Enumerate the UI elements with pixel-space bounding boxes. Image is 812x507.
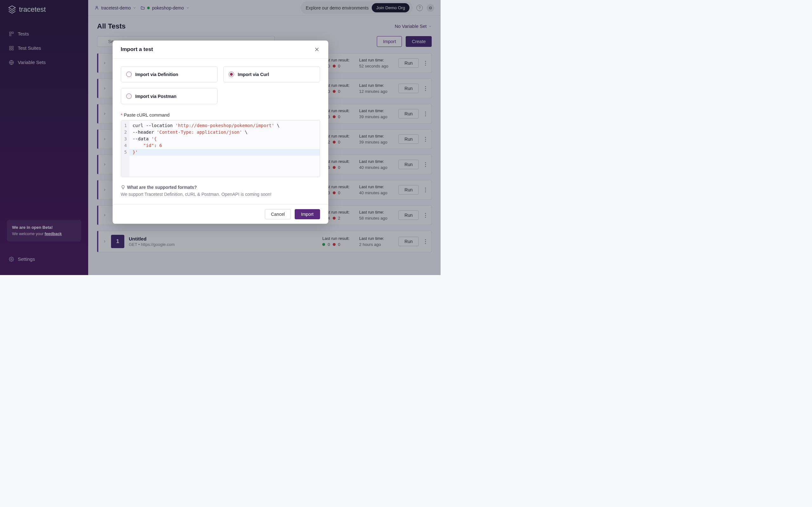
formats-question: What are the supported formats? <box>121 185 320 190</box>
option-label: Import via Curl <box>238 72 269 77</box>
curl-field-label: * Paste cURL command <box>121 112 320 118</box>
radio-icon <box>229 72 234 77</box>
option-label: Import via Postman <box>136 94 177 99</box>
required-marker: * <box>121 112 123 118</box>
bulb-icon <box>121 185 125 189</box>
import-modal: Import a test Import via Definition Impo… <box>113 41 328 224</box>
option-label: Import via Definition <box>136 72 178 77</box>
formats-answer: We support Tracetest Definition, cURL & … <box>121 192 320 197</box>
line-gutter: 12345 <box>121 120 130 177</box>
option-definition[interactable]: Import via Definition <box>121 66 217 82</box>
option-curl[interactable]: Import via Curl <box>223 66 320 82</box>
close-button[interactable] <box>314 46 320 53</box>
radio-icon <box>126 94 132 99</box>
radio-icon <box>126 72 132 77</box>
code-content: curl --location 'http://demo-pokeshop/po… <box>130 120 320 177</box>
modal-title: Import a test <box>121 46 153 53</box>
modal-import-button[interactable]: Import <box>295 209 320 219</box>
option-postman[interactable]: Import via Postman <box>121 88 217 104</box>
cancel-button[interactable]: Cancel <box>265 209 291 219</box>
modal-overlay[interactable]: Import a test Import via Definition Impo… <box>0 0 441 275</box>
curl-input[interactable]: 12345 curl --location 'http://demo-pokes… <box>121 120 320 177</box>
close-icon <box>314 46 320 53</box>
